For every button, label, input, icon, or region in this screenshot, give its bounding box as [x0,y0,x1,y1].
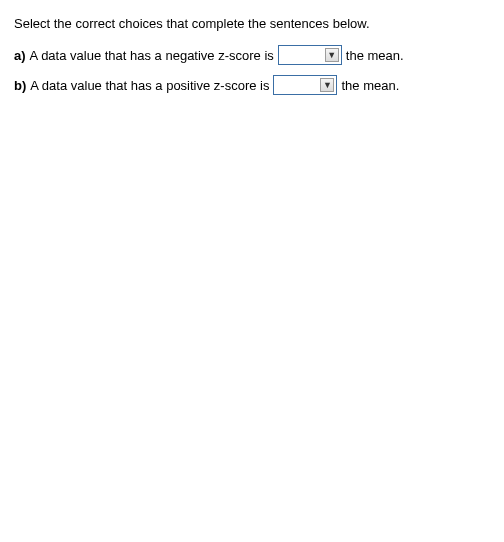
question-b-label: b) [14,78,26,93]
question-a: a) A data value that has a negative z-sc… [14,45,490,65]
question-b-text-before: A data value that has a positive z-score… [30,78,269,93]
question-a-label: a) [14,48,26,63]
question-a-text-after: the mean. [346,48,404,63]
question-a-text-before: A data value that has a negative z-score… [30,48,274,63]
instructions-text: Select the correct choices that complete… [14,16,490,31]
question-a-dropdown[interactable]: ▼ [278,45,342,65]
question-b-dropdown[interactable]: ▼ [273,75,337,95]
question-b-text-after: the mean. [341,78,399,93]
chevron-down-icon: ▼ [320,78,334,92]
chevron-down-icon: ▼ [325,48,339,62]
question-b: b) A data value that has a positive z-sc… [14,75,490,95]
